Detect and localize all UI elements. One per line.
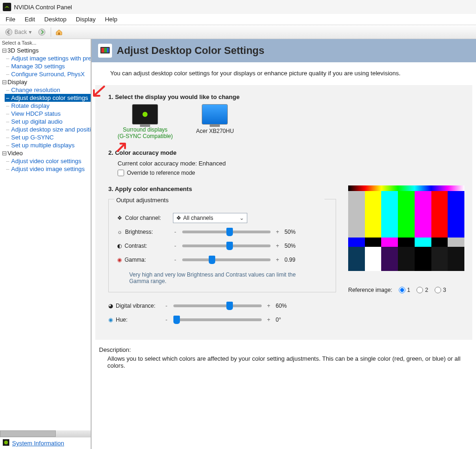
- tree-group-video-label: Video: [7, 150, 23, 157]
- gamma-value: 0.99: [284, 257, 307, 263]
- reference-radio-1[interactable]: 1: [399, 287, 410, 293]
- tree-item-video-color[interactable]: Adjust video color settings: [5, 157, 91, 165]
- window-title: NVIDIA Control Panel: [14, 4, 72, 11]
- display-surround[interactable]: Surround displays (G-SYNC Compatible): [118, 104, 173, 140]
- tree-item-adjust-image[interactable]: Adjust image settings with preview: [5, 54, 91, 62]
- brightness-slider[interactable]: [182, 231, 271, 233]
- menu-display[interactable]: Display: [71, 15, 100, 24]
- tree-item-multidisplay[interactable]: Set up multiple displays: [5, 141, 91, 149]
- page-header: Adjust Desktop Color Settings: [92, 39, 476, 62]
- forward-button[interactable]: [36, 27, 48, 37]
- page-title: Adjust Desktop Color Settings: [117, 45, 264, 57]
- sysinfo-link[interactable]: System Information: [12, 440, 64, 447]
- tree-item-change-resolution[interactable]: Change resolution: [5, 86, 91, 94]
- gamma-note: Very high and very low Brightness and Co…: [129, 271, 311, 284]
- step2-heading: 2. Color accuracy mode: [108, 149, 459, 156]
- tree-item-rotate-display[interactable]: Rotate display: [5, 102, 91, 110]
- menu-help[interactable]: Help: [100, 15, 122, 24]
- sidebar: Select a Task... ⊟3D Settings Adjust ima…: [0, 39, 91, 449]
- page-intro: You can adjust desktop color settings fo…: [92, 62, 476, 85]
- svg-rect-9: [107, 48, 109, 53]
- tree-item-digital-audio[interactable]: Set up digital audio: [5, 118, 91, 125]
- vibrance-label: Digital vibrance:: [116, 303, 155, 309]
- back-dropdown-icon: ▾: [29, 29, 32, 35]
- color-channel-icon: ❖: [117, 215, 122, 221]
- home-button[interactable]: [53, 27, 65, 37]
- content: Adjust Desktop Color Settings You can ad…: [91, 39, 476, 449]
- tree-item-gsync[interactable]: Set up G-SYNC: [5, 133, 91, 141]
- brightness-value: 50%: [284, 229, 307, 235]
- description-text: Allows you to select which colors are af…: [99, 355, 469, 369]
- output-adjustments: Output adjustments ❖Color channel: ❖ All…: [108, 199, 336, 292]
- contrast-label: Contrast:: [125, 243, 147, 249]
- tree-item-hdcp[interactable]: View HDCP status: [5, 110, 91, 118]
- reference-radio-2[interactable]: 2: [416, 287, 428, 293]
- sidebar-scrollbar[interactable]: [0, 430, 91, 437]
- minus-icon: -: [173, 229, 178, 235]
- tree-item-video-image[interactable]: Adjust video image settings: [5, 165, 91, 173]
- back-button[interactable]: Back ▾: [2, 27, 35, 37]
- gamma-label: Gamma:: [125, 257, 146, 263]
- toolbar-separator: [51, 27, 51, 37]
- contrast-icon: ◐: [117, 243, 122, 249]
- tree-group-3d[interactable]: ⊟3D Settings: [0, 46, 91, 54]
- plus-icon: +: [275, 229, 280, 235]
- current-mode-value: Enhanced: [198, 160, 226, 167]
- task-tree: ⊟3D Settings Adjust image settings with …: [0, 46, 91, 430]
- hue-slider[interactable]: [173, 318, 262, 321]
- tree-group-3d-label: 3D Settings: [7, 47, 39, 54]
- vibrance-icon: ◕: [108, 303, 113, 309]
- page-icon: [98, 44, 112, 58]
- contrast-slider[interactable]: [182, 244, 271, 247]
- vibrance-value: 60%: [276, 303, 298, 309]
- svg-point-1: [6, 29, 12, 35]
- step1-heading: 1. Select the display you would like to …: [108, 93, 459, 100]
- toolbar: Back ▾: [0, 25, 476, 39]
- color-channel-value: All channels: [183, 215, 213, 221]
- tree-group-display-label: Display: [7, 79, 27, 86]
- reference-image-preview: [348, 185, 464, 278]
- back-label: Back: [14, 29, 27, 35]
- vibrance-slider[interactable]: [173, 304, 262, 307]
- gamma-slider[interactable]: [182, 258, 271, 261]
- tree-item-manage-3d[interactable]: Manage 3D settings: [5, 62, 91, 70]
- display-surround-icon: [132, 104, 158, 125]
- tree-group-video[interactable]: ⊟Video: [0, 149, 91, 157]
- rgb-diamond-icon: ❖: [176, 215, 181, 221]
- contrast-value: 50%: [284, 243, 307, 249]
- display-acer-label: Acer XB270HU: [196, 128, 234, 134]
- svg-point-2: [39, 29, 45, 35]
- hue-label: Hue:: [116, 317, 127, 323]
- step3-heading: 3. Apply color enhancements: [108, 185, 336, 192]
- override-row[interactable]: Override to reference mode: [118, 170, 459, 176]
- task-header: Select a Task...: [0, 39, 91, 46]
- color-channel-label: Color channel:: [125, 215, 161, 221]
- gamma-icon: ◉: [117, 257, 122, 263]
- svg-rect-3: [58, 33, 60, 35]
- tree-item-surround-physx[interactable]: Configure Surround, PhysX: [5, 70, 91, 78]
- titlebar: NVIDIA Control Panel: [0, 0, 476, 14]
- tree-item-adjust-color[interactable]: Adjust desktop color settings: [5, 94, 91, 102]
- output-group-label: Output adjustments: [114, 197, 324, 204]
- description-section: Description: Allows you to select which …: [92, 340, 476, 376]
- color-channel-select[interactable]: ❖ All channels ⌄: [173, 213, 247, 223]
- app-icon: [3, 3, 11, 11]
- tree-group-display[interactable]: ⊟Display: [0, 78, 91, 86]
- chevron-down-icon: ⌄: [239, 215, 244, 221]
- menu-file[interactable]: File: [1, 15, 20, 24]
- tree-item-size-position[interactable]: Adjust desktop size and position: [5, 125, 91, 133]
- display-surround-sub: (G-SYNC Compatible): [118, 133, 173, 139]
- sidebar-footer: System Information: [0, 437, 91, 449]
- reference-radio-3[interactable]: 3: [435, 287, 446, 293]
- reference-image-label: Reference image:: [348, 287, 392, 293]
- settings-panel: 1. Select the display you would like to …: [95, 85, 472, 340]
- override-checkbox[interactable]: [118, 170, 124, 176]
- brightness-icon: ☼: [117, 229, 122, 235]
- menu-edit[interactable]: Edit: [20, 15, 40, 24]
- display-acer-icon: [202, 104, 228, 125]
- svg-point-5: [4, 441, 8, 444]
- menu-desktop[interactable]: Desktop: [40, 15, 71, 24]
- override-label: Override to reference mode: [127, 170, 195, 176]
- display-acer[interactable]: Acer XB270HU: [196, 104, 234, 140]
- hue-icon: ◉: [108, 317, 113, 323]
